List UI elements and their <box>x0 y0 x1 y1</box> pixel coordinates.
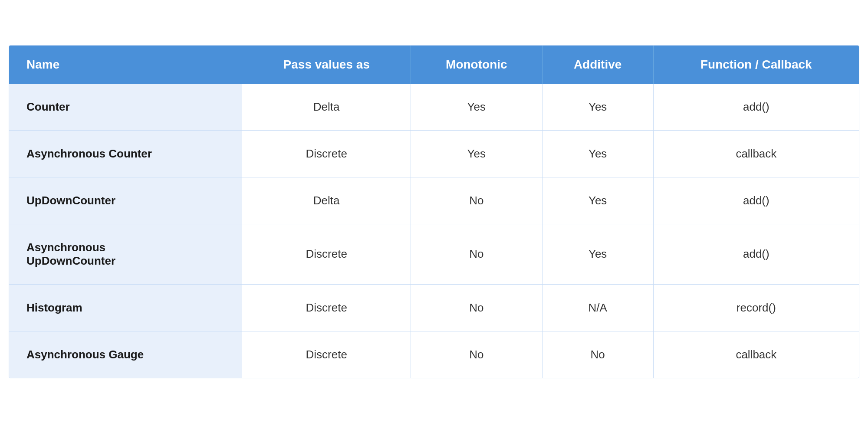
data-table: Name Pass values as Monotonic Additive F… <box>9 46 859 378</box>
cell-monotonic: No <box>411 177 542 224</box>
table-row: UpDownCounterDeltaNoYesadd() <box>9 177 859 224</box>
col-header-monotonic: Monotonic <box>411 46 542 84</box>
cell-name: AsynchronousUpDownCounter <box>9 224 242 284</box>
cell-monotonic: No <box>411 224 542 284</box>
table-row: AsynchronousUpDownCounterDiscreteNoYesad… <box>9 224 859 284</box>
cell-monotonic: Yes <box>411 130 542 177</box>
cell-additive: Yes <box>542 84 653 131</box>
col-header-additive: Additive <box>542 46 653 84</box>
cell-pass_values_as: Delta <box>242 177 411 224</box>
cell-name: Asynchronous Gauge <box>9 331 242 378</box>
cell-name: Counter <box>9 84 242 131</box>
table-row: Asynchronous CounterDiscreteYesYescallba… <box>9 130 859 177</box>
cell-monotonic: No <box>411 331 542 378</box>
main-table-container: Name Pass values as Monotonic Additive F… <box>9 45 859 378</box>
cell-pass_values_as: Discrete <box>242 284 411 331</box>
table-row: CounterDeltaYesYesadd() <box>9 84 859 131</box>
cell-additive: Yes <box>542 130 653 177</box>
cell-function_callback: add() <box>653 224 859 284</box>
table-row: HistogramDiscreteNoN/Arecord() <box>9 284 859 331</box>
cell-function_callback: callback <box>653 130 859 177</box>
cell-function_callback: add() <box>653 177 859 224</box>
cell-additive: No <box>542 331 653 378</box>
cell-monotonic: No <box>411 284 542 331</box>
cell-name: UpDownCounter <box>9 177 242 224</box>
cell-function_callback: add() <box>653 84 859 131</box>
cell-name: Histogram <box>9 284 242 331</box>
cell-name: Asynchronous Counter <box>9 130 242 177</box>
cell-pass_values_as: Discrete <box>242 331 411 378</box>
col-header-function-callback: Function / Callback <box>653 46 859 84</box>
cell-additive: N/A <box>542 284 653 331</box>
table-header-row: Name Pass values as Monotonic Additive F… <box>9 46 859 84</box>
col-header-pass-values: Pass values as <box>242 46 411 84</box>
cell-additive: Yes <box>542 177 653 224</box>
cell-additive: Yes <box>542 224 653 284</box>
cell-pass_values_as: Discrete <box>242 224 411 284</box>
table-body: CounterDeltaYesYesadd()Asynchronous Coun… <box>9 84 859 378</box>
cell-pass_values_as: Discrete <box>242 130 411 177</box>
cell-monotonic: Yes <box>411 84 542 131</box>
table-row: Asynchronous GaugeDiscreteNoNocallback <box>9 331 859 378</box>
col-header-name: Name <box>9 46 242 84</box>
cell-pass_values_as: Delta <box>242 84 411 131</box>
cell-function_callback: record() <box>653 284 859 331</box>
cell-function_callback: callback <box>653 331 859 378</box>
